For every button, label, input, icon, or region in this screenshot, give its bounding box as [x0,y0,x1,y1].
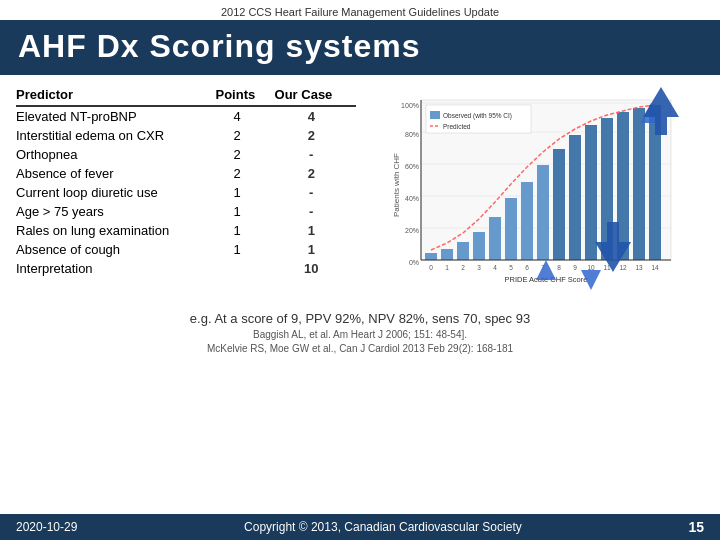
ourcase-cell: 10 [275,259,356,278]
svg-rect-23 [569,135,581,260]
points-cell: 1 [215,221,274,240]
svg-rect-57 [607,222,619,242]
points-cell: 2 [215,145,274,164]
svg-text:9: 9 [573,264,577,271]
svg-rect-56 [655,117,667,135]
top-bar: 2012 CCS Heart Failure Management Guidel… [0,0,720,20]
svg-text:3: 3 [477,264,481,271]
footer-bar: 2020-10-29 Copyright © 2013, Canadian Ca… [0,514,720,540]
svg-marker-53 [536,260,556,280]
ourcase-cell: 1 [275,240,356,259]
svg-text:2: 2 [461,264,465,271]
points-cell: 4 [215,106,274,126]
score-table: Predictor Points Our Case Elevated NT-pr… [16,85,356,278]
svg-rect-21 [537,165,549,260]
svg-text:14: 14 [651,264,659,271]
arrow-down-icon [595,222,631,275]
svg-text:100%: 100% [401,102,419,109]
predictor-cell: Age > 75 years [16,202,215,221]
predictor-cell: Current loop diuretic use [16,183,215,202]
svg-text:10: 10 [587,264,595,271]
ourcase-cell: - [275,145,356,164]
main-title: AHF Dx Scoring systems [0,20,720,75]
svg-text:1: 1 [445,264,449,271]
svg-text:8: 8 [557,264,561,271]
svg-marker-58 [595,242,631,272]
footer-copyright: Copyright © 2013, Canadian Cardiovascula… [244,520,522,534]
table-row: Orthopnea2- [16,145,356,164]
chart-container: Patients with CHF 0% 20% 40% 60% 80% 100… [391,95,681,305]
col-header-predictor: Predictor [16,85,215,106]
svg-rect-18 [489,217,501,260]
table-row: Current loop diuretic use1- [16,183,356,202]
points-cell: 1 [215,240,274,259]
footer-page: 15 [688,519,704,535]
chart-section: Patients with CHF 0% 20% 40% 60% 80% 100… [368,85,704,305]
predictor-cell: Elevated NT-proBNP [16,106,215,126]
svg-marker-55 [643,87,679,117]
svg-text:Patients with CHF: Patients with CHF [392,153,401,217]
table-row: Rales on lung examination11 [16,221,356,240]
svg-rect-14 [425,253,437,260]
svg-rect-15 [441,249,453,260]
arrow-up-icon [643,87,679,140]
points-cell: 2 [215,126,274,145]
predictor-cell: Absence of fever [16,164,215,183]
svg-text:4: 4 [493,264,497,271]
svg-text:Predicted: Predicted [443,123,471,130]
svg-rect-22 [553,149,565,260]
table-row: Interstitial edema on CXR22 [16,126,356,145]
predictor-cell: Interpretation [16,259,215,278]
ourcase-cell: 2 [275,126,356,145]
svg-rect-17 [473,232,485,260]
col-header-ourcase: Our Case [275,85,356,106]
points-cell: 2 [215,164,274,183]
ppv-note: e.g. At a score of 9, PPV 92%, NPV 82%, … [0,311,720,326]
table-row: Absence of cough11 [16,240,356,259]
table-row: Elevated NT-proBNP44 [16,106,356,126]
table-row: Age > 75 years1- [16,202,356,221]
points-cell: 1 [215,202,274,221]
svg-text:5: 5 [509,264,513,271]
svg-text:80%: 80% [405,131,419,138]
header-top-text: 2012 CCS Heart Failure Management Guidel… [221,6,499,18]
col-header-points: Points [215,85,274,106]
table-row: Absence of fever22 [16,164,356,183]
ourcase-cell: - [275,183,356,202]
ourcase-cell: 1 [275,221,356,240]
svg-rect-16 [457,242,469,260]
ourcase-cell: 4 [275,106,356,126]
svg-rect-48 [430,111,440,119]
svg-text:13: 13 [635,264,643,271]
score-table-section: Predictor Points Our Case Elevated NT-pr… [16,85,356,305]
predictor-cell: Absence of cough [16,240,215,259]
svg-text:0: 0 [429,264,433,271]
ourcase-cell: - [275,202,356,221]
predictor-cell: Interstitial edema on CXR [16,126,215,145]
table-row: Interpretation10 [16,259,356,278]
ourcase-cell: 2 [275,164,356,183]
svg-rect-47 [426,105,531,133]
svg-text:Observed (with 95% CI): Observed (with 95% CI) [443,112,512,120]
footer-date: 2020-10-29 [16,520,77,534]
svg-text:40%: 40% [405,195,419,202]
svg-rect-20 [521,182,533,260]
svg-text:60%: 60% [405,163,419,170]
svg-rect-19 [505,198,517,260]
points-cell: 1 [215,183,274,202]
references: Baggish AL, et al. Am Heart J 2006; 151:… [0,328,720,356]
svg-text:6: 6 [525,264,529,271]
predictor-cell: Orthopnea [16,145,215,164]
points-cell [215,259,274,278]
predictor-cell: Rales on lung examination [16,221,215,240]
svg-text:0%: 0% [409,259,419,266]
svg-text:20%: 20% [405,227,419,234]
